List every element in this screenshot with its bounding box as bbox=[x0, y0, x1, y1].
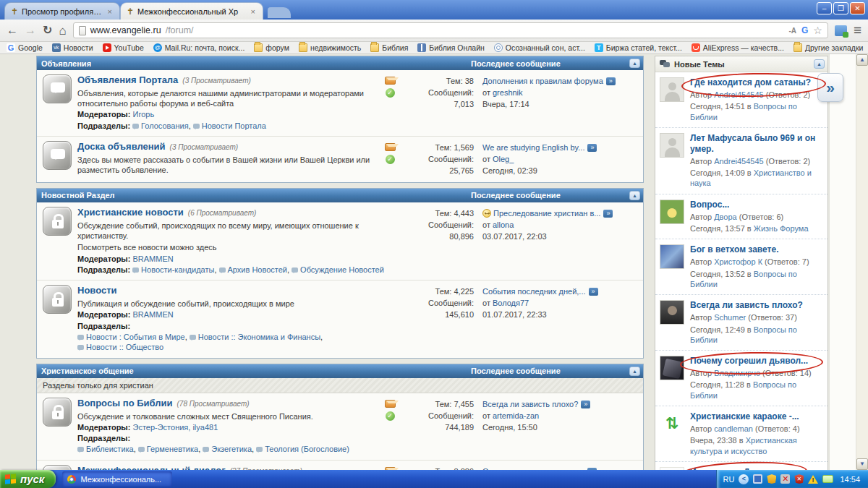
topic-title-link[interactable]: Всегда ли зависть плохо? bbox=[690, 300, 823, 311]
tab-close-icon[interactable]: × bbox=[250, 7, 257, 16]
close-button[interactable]: ✕ bbox=[850, 2, 865, 14]
home-icon[interactable] bbox=[59, 25, 66, 37]
collapse-sidebar-icon[interactable] bbox=[814, 59, 825, 69]
moderator-link[interactable]: Эстер-Эстония, ilya481 bbox=[132, 423, 218, 432]
bookmark-folder-bible[interactable]: Библия bbox=[370, 43, 408, 52]
minimize-button[interactable]: – bbox=[817, 2, 832, 14]
goto-last-post-icon[interactable] bbox=[606, 77, 616, 85]
bookmark-text-exchange[interactable]: Биржа статей, текст... bbox=[595, 43, 682, 52]
security-alert-icon[interactable] bbox=[794, 474, 804, 484]
bookmark-google[interactable]: Google bbox=[7, 43, 43, 52]
last-post-link[interactable]: We are studying English by... bbox=[482, 143, 584, 152]
subforum-link[interactable]: Экзегетика bbox=[211, 445, 252, 453]
address-bar[interactable]: www.evangelie.ru/forum/ -A G bbox=[73, 22, 828, 38]
topic-author-link[interactable]: Andrei454545 bbox=[714, 157, 764, 166]
language-indicator[interactable]: RU bbox=[723, 475, 735, 484]
goto-last-post-icon[interactable] bbox=[587, 144, 597, 152]
page-scrollbar[interactable] bbox=[856, 54, 868, 470]
subforum-link[interactable]: Новости :: Общество bbox=[86, 343, 163, 351]
forward-icon[interactable] bbox=[25, 25, 36, 36]
start-button[interactable]: пуск bbox=[0, 470, 56, 488]
subforum-link[interactable]: Голосования bbox=[141, 121, 189, 130]
hide-tray-icons-button[interactable] bbox=[739, 474, 749, 484]
forum-title-link[interactable]: Христианские новости bbox=[77, 207, 184, 218]
subforum-link[interactable]: Новости-кандидаты bbox=[141, 265, 214, 274]
last-post-author[interactable]: greshnik bbox=[493, 88, 523, 97]
warning-icon[interactable] bbox=[808, 475, 818, 484]
subforum-link[interactable]: Новости :: Экономика и Финансы bbox=[198, 333, 320, 341]
browser-menu-icon[interactable] bbox=[854, 22, 861, 38]
new-tab-button[interactable] bbox=[268, 7, 291, 18]
collapse-section-icon[interactable] bbox=[629, 367, 640, 376]
subforum-link[interactable]: Герменевтика bbox=[147, 445, 198, 453]
tab-profile[interactable]: Просмотр профиля: Goodv × bbox=[4, 2, 120, 20]
forum-title-link[interactable]: Межконфессиональный диалог bbox=[77, 465, 226, 470]
last-post-link[interactable]: Преследование христиан в... bbox=[493, 209, 600, 218]
bookmark-star-icon[interactable] bbox=[813, 25, 822, 36]
goto-last-post-icon[interactable] bbox=[581, 401, 590, 408]
topic-forum-link[interactable]: Жизнь Форума bbox=[754, 224, 809, 233]
subforum-link[interactable]: Архив Новостей bbox=[228, 265, 287, 274]
other-bookmarks[interactable]: Другие закладки bbox=[793, 43, 863, 52]
tab-close-icon[interactable]: × bbox=[106, 7, 114, 16]
topic-title-link[interactable]: Почему согрешил дьявол... bbox=[690, 356, 823, 367]
forum-title-link[interactable]: Новости bbox=[77, 285, 117, 296]
last-post-link[interactable]: Всегда ли зависть плохо? bbox=[482, 400, 578, 408]
goto-last-post-icon[interactable] bbox=[589, 288, 598, 296]
last-post-link[interactable]: События последних дней,... bbox=[482, 287, 586, 296]
last-post-author[interactable]: Oleg_ bbox=[493, 155, 514, 163]
subforum-link[interactable]: Обсуждение Новостей bbox=[300, 265, 384, 274]
topic-title-link[interactable]: Вопрос... bbox=[690, 200, 823, 210]
restore-button[interactable]: ❐ bbox=[833, 2, 848, 14]
moderator-link[interactable]: Игорь bbox=[132, 110, 154, 119]
security-shield-icon[interactable] bbox=[767, 474, 776, 484]
topic-title-link[interactable]: Христианские караоке -... bbox=[690, 411, 823, 422]
subforum-link[interactable]: Новости : События в Мире bbox=[86, 333, 185, 341]
topic-author-link[interactable]: Двора bbox=[714, 213, 737, 221]
goto-last-post-icon[interactable] bbox=[603, 210, 613, 218]
extension-icon[interactable] bbox=[835, 25, 847, 36]
topic-author-link[interactable]: Христофор К bbox=[714, 257, 762, 266]
topic-author-link[interactable]: Andrei454545 bbox=[714, 90, 764, 99]
topic-title-link[interactable]: Где находится дом сатаны? bbox=[690, 77, 823, 88]
last-post-author[interactable]: Володя77 bbox=[493, 299, 529, 307]
forum-title-link[interactable]: Доска объявлений bbox=[77, 141, 166, 152]
collapse-section-icon[interactable] bbox=[629, 59, 640, 68]
subforum-link[interactable]: Библеистика bbox=[86, 445, 134, 453]
bookmark-aliexpress[interactable]: AliExpress — качеств... bbox=[692, 43, 784, 52]
moderator-link[interactable]: BRAMMEN bbox=[132, 254, 173, 263]
scroll-up-icon[interactable] bbox=[856, 54, 868, 66]
bookmark-bible-online[interactable]: Библия Онлайн bbox=[417, 43, 485, 52]
subforum-link[interactable]: Теология (Богословие) bbox=[265, 445, 349, 453]
last-post-link[interactable]: Дополнения к правилам форума bbox=[482, 77, 603, 85]
expand-panel-button[interactable] bbox=[817, 73, 843, 102]
last-post-author[interactable]: allona bbox=[493, 221, 514, 229]
last-post-author[interactable]: artemida-zan bbox=[493, 411, 539, 420]
subforum-link[interactable]: Новости Портала bbox=[202, 121, 266, 130]
bookmark-lucid-dream[interactable]: Осознанный сон, аст... bbox=[494, 43, 585, 52]
bookmark-youtube[interactable]: YouTube bbox=[103, 43, 144, 52]
display-tray-icon[interactable] bbox=[753, 474, 762, 484]
text-size-icon[interactable]: -A bbox=[788, 27, 796, 35]
topic-author-link[interactable]: Schumer bbox=[714, 313, 746, 322]
taskbar-window-button[interactable]: Межконфессиональ... bbox=[62, 471, 172, 487]
collapse-section-icon[interactable] bbox=[629, 191, 640, 200]
network-error-icon[interactable] bbox=[780, 474, 790, 484]
bookmark-folder-realty[interactable]: недвижимость bbox=[299, 43, 361, 52]
reload-icon[interactable] bbox=[43, 25, 52, 36]
bookmark-mailru[interactable]: Mail.Ru: почта, поиск... bbox=[153, 43, 245, 52]
topic-title-link[interactable]: Бог в ветхом завете. bbox=[690, 244, 823, 255]
back-icon[interactable] bbox=[7, 25, 18, 36]
tab-forum[interactable]: Межконфессиональный Хр × bbox=[120, 2, 263, 20]
indicator-icon[interactable] bbox=[822, 475, 833, 483]
bookmark-news[interactable]: Новости bbox=[52, 43, 93, 52]
scroll-down-icon[interactable] bbox=[856, 458, 868, 470]
bookmark-folder-forum[interactable]: форум bbox=[254, 43, 289, 52]
topic-author-link[interactable]: Владимирчо bbox=[714, 369, 760, 377]
topic-author-link[interactable]: candleman bbox=[714, 424, 753, 433]
forum-title-link[interactable]: Вопросы по Библии bbox=[77, 398, 173, 408]
topic-title-link[interactable]: Лет Мафусала было 969 и он умер. bbox=[690, 133, 823, 155]
forum-title-link[interactable]: Объявления Портала bbox=[77, 74, 178, 85]
google-icon[interactable]: G bbox=[801, 25, 808, 35]
moderator-link[interactable]: BRAMMEN bbox=[132, 310, 173, 319]
